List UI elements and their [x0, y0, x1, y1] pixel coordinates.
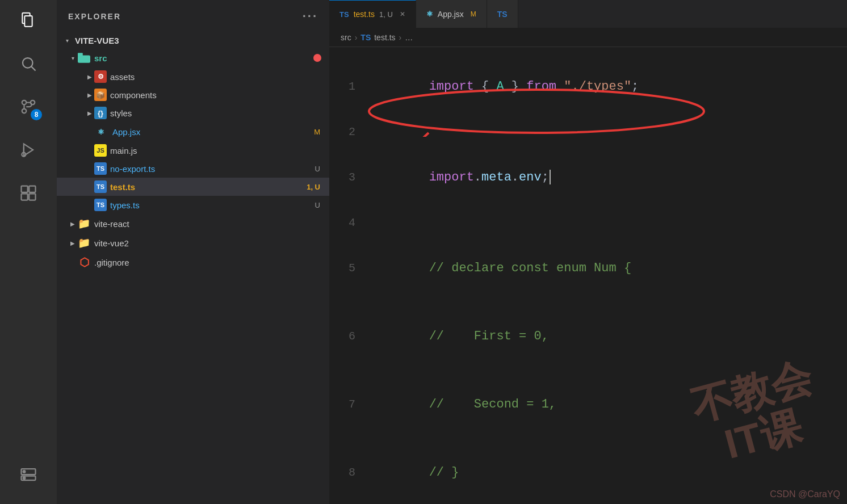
breadcrumb-sep2: ›: [399, 33, 402, 42]
line-content-5: // declare const enum Num {: [369, 234, 847, 303]
test-ts-icon: TS: [94, 180, 107, 193]
assets-folder-item[interactable]: ▶ ⚙ assets: [57, 68, 329, 86]
file-tree: ▾ VITE-VUE3 ▾ src ▶ ⚙ assets ▶ 📦 compon: [57, 33, 329, 504]
code-line-4: 4: [329, 212, 847, 234]
main-js-label: main.js: [110, 146, 137, 156]
line-num-6: 6: [329, 325, 369, 348]
extensions-icon[interactable]: [12, 177, 44, 209]
sidebar-header: EXPLORER ···: [57, 0, 329, 33]
gitignore-icon: ⬡: [77, 255, 91, 269]
styles-folder-item[interactable]: ▶ {} styles: [57, 104, 329, 122]
svg-line-3: [31, 66, 36, 71]
code-editor[interactable]: 1 import { A } from "./types"; 2 3 impor…: [329, 47, 847, 504]
explorer-title: EXPLORER: [68, 12, 121, 21]
remote-icon[interactable]: [12, 459, 44, 490]
tab-app-jsx-badge: M: [471, 10, 476, 18]
svg-point-2: [23, 58, 33, 68]
more-actions-button[interactable]: ···: [303, 9, 318, 24]
code-line-6: 6 // First = 0,: [329, 303, 847, 371]
components-folder-item[interactable]: ▶ 📦 components: [57, 86, 329, 104]
line-num-7: 7: [329, 393, 369, 416]
types-ts-label: types.ts: [110, 200, 140, 210]
styles-folder-icon: {}: [94, 107, 107, 119]
line-content-6: // First = 0,: [369, 303, 847, 371]
root-folder-label: VITE-VUE3: [75, 36, 119, 45]
line-num-1: 1: [329, 75, 369, 98]
vite-vue2-icon: 📁: [77, 236, 91, 250]
main-js-item[interactable]: JS main.js: [57, 141, 329, 159]
gitignore-label: .gitignore: [94, 258, 129, 267]
svg-rect-11: [29, 186, 35, 192]
types-ts-badge: U: [315, 201, 320, 209]
svg-rect-10: [22, 186, 28, 192]
src-arrow: ▾: [68, 53, 77, 62]
root-folder-item[interactable]: ▾ VITE-VUE3: [57, 33, 329, 48]
vite-react-label: vite-react: [94, 219, 129, 229]
tab-test-ts-line: 1, U: [379, 10, 393, 19]
tab-test-ts[interactable]: TS test.ts 1, U ✕: [329, 0, 416, 28]
line-content-7: // Second = 1,: [369, 371, 847, 439]
types-ts-item[interactable]: TS types.ts U: [57, 196, 329, 214]
svg-rect-13: [29, 194, 35, 200]
tab-react-icon: ⚛: [426, 10, 433, 18]
line-content-3: import.meta.env;: [369, 144, 847, 212]
vite-react-item[interactable]: ▶ 📁 vite-react: [57, 214, 329, 233]
src-folder-item[interactable]: ▾ src: [57, 48, 329, 68]
code-line-3: 3 import.meta.env;: [329, 144, 847, 212]
line-num-3: 3: [329, 166, 369, 189]
breadcrumb: src › TS test.ts › …: [329, 28, 847, 47]
assets-folder-icon: ⚙: [94, 70, 107, 83]
svg-rect-12: [22, 194, 28, 200]
tab-test-ts-label: test.ts: [354, 10, 375, 19]
breadcrumb-ts: TS: [360, 33, 371, 42]
search-icon[interactable]: [12, 48, 44, 79]
styles-arrow: ▶: [85, 108, 94, 117]
source-control-badge: 8: [31, 109, 42, 120]
vite-vue2-label: vite-vue2: [94, 238, 129, 248]
breadcrumb-testts: test.ts: [374, 33, 395, 42]
test-ts-item[interactable]: TS test.ts 1, U: [57, 178, 329, 196]
components-arrow: ▶: [85, 90, 94, 99]
code-line-7: 7 // Second = 1,: [329, 371, 847, 439]
tab-app-jsx-label: App.jsx: [438, 10, 464, 19]
text-cursor: [550, 170, 551, 184]
svg-point-17: [23, 477, 26, 479]
tab-app-jsx[interactable]: ⚛ App.jsx M: [416, 0, 487, 28]
run-debug-icon[interactable]: [12, 134, 44, 166]
explorer-icon[interactable]: [12, 5, 44, 36]
components-label: components: [110, 90, 157, 100]
vite-react-arrow: ▶: [68, 219, 77, 228]
line-content-1: import { A } from "./types";: [369, 53, 847, 121]
breadcrumb-src: src: [341, 33, 351, 42]
no-export-label: no-export.ts: [110, 164, 155, 174]
vite-vue2-item[interactable]: ▶ 📁 vite-vue2: [57, 233, 329, 253]
no-export-icon: TS: [94, 162, 107, 175]
vite-vue2-arrow: ▶: [68, 238, 77, 247]
editor-area: TS test.ts 1, U ✕ ⚛ App.jsx M TS src › T…: [329, 0, 847, 504]
no-export-badge: U: [315, 165, 320, 173]
tab-ts-partial[interactable]: TS: [487, 0, 518, 28]
sidebar: EXPLORER ··· ▾ VITE-VUE3 ▾ src ▶ ⚙ asset…: [57, 0, 329, 504]
vite-react-icon: 📁: [77, 217, 91, 230]
types-ts-icon: TS: [94, 199, 107, 211]
breadcrumb-sep1: ›: [355, 33, 358, 42]
source-control-icon[interactable]: 8: [12, 91, 44, 123]
breadcrumb-dots: …: [405, 33, 413, 42]
app-jsx-icon: ⚛: [94, 125, 108, 138]
assets-label: assets: [110, 72, 135, 82]
main-js-icon: JS: [94, 144, 107, 157]
code-line-5: 5 // declare const enum Num {: [329, 234, 847, 303]
tab-ts-icon: TS: [339, 10, 349, 19]
root-arrow: ▾: [62, 36, 72, 45]
test-ts-badge: 1, U: [307, 183, 320, 191]
tab-ts-partial-label: TS: [497, 10, 508, 19]
gitignore-item[interactable]: ⬡ .gitignore: [57, 253, 329, 272]
tab-close-icon[interactable]: ✕: [400, 10, 405, 18]
no-export-item[interactable]: TS no-export.ts U: [57, 159, 329, 178]
csdn-badge: CSDN @CaraYQ: [770, 489, 840, 499]
svg-point-16: [23, 471, 26, 473]
svg-rect-19: [78, 53, 83, 57]
svg-point-4: [22, 100, 27, 105]
line-num-2: 2: [329, 121, 369, 144]
app-jsx-item[interactable]: ⚛ App.jsx M: [57, 122, 329, 141]
